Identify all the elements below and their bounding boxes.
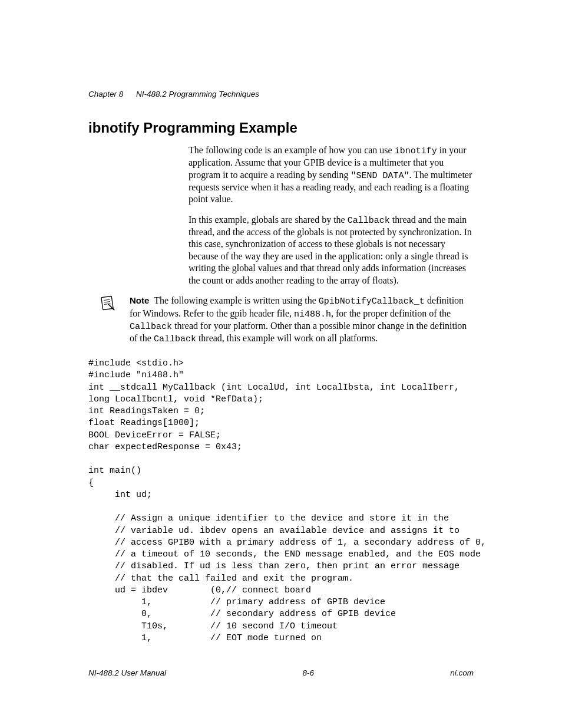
inline-code: Callback xyxy=(130,322,172,332)
inline-code: ni488.h xyxy=(294,309,331,319)
section-title: ibnotify Programming Example xyxy=(88,120,474,136)
inline-code: GpibNotifyCallback_t xyxy=(319,297,425,307)
footer-manual-title: NI-488.2 User Manual xyxy=(88,668,166,677)
svg-line-3 xyxy=(104,304,110,304)
note-block: NoteThe following example is written usi… xyxy=(88,295,474,345)
footer-page-number: 8-6 xyxy=(302,668,314,677)
inline-code: Callback xyxy=(154,334,196,344)
paragraph-2: In this example, globals are shared by t… xyxy=(189,214,474,287)
note-text: NoteThe following example is written usi… xyxy=(130,295,474,345)
inline-code: Callback xyxy=(348,216,390,226)
svg-line-2 xyxy=(104,302,110,302)
note-label: Note xyxy=(130,295,149,305)
inline-code: ibnotify xyxy=(395,146,437,156)
footer-site: ni.com xyxy=(450,668,474,677)
inline-code: "SEND DATA" xyxy=(351,171,409,181)
chapter-number: Chapter 8 xyxy=(88,90,123,98)
chapter-header: Chapter 8 NI-488.2 Programming Technique… xyxy=(88,90,474,98)
paragraph-1: The following code is an example of how … xyxy=(189,144,474,206)
page-footer: NI-488.2 User Manual 8-6 ni.com xyxy=(88,668,474,677)
code-block: #include <stdio.h> #include "ni488.h" in… xyxy=(88,358,474,644)
note-icon xyxy=(99,295,115,311)
svg-line-1 xyxy=(104,299,110,300)
chapter-title: NI-488.2 Programming Techniques xyxy=(136,90,259,98)
